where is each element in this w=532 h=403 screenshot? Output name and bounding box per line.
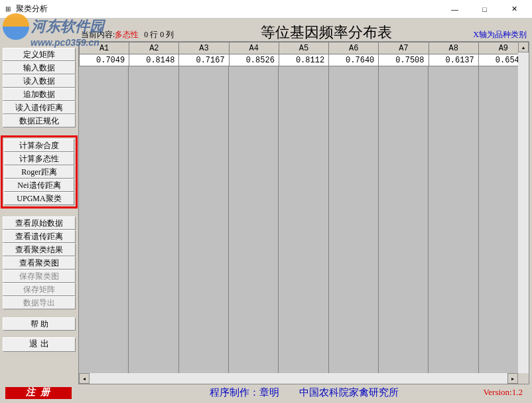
cell: 0.8526 [229, 54, 279, 66]
col-header: A8 [429, 42, 478, 54]
register-banner[interactable]: 注 册 [5, 387, 72, 399]
col-header: A6 [329, 42, 379, 54]
help-button[interactable]: 帮 助 [3, 317, 76, 331]
footer: 程序制作：章明 中国农科院家禽研究所 Version:1.2 [78, 384, 529, 400]
data-grid: A1 A2 A3 A4 A5 A6 A7 A8 A9 0.7049 0.8148… [78, 41, 529, 384]
save-cluster-chart-button[interactable]: 保存聚类图 [3, 270, 76, 283]
x-axis-label: X轴为品种类别 [473, 29, 527, 40]
cell: 0.7640 [329, 54, 379, 66]
cell: 0.7508 [379, 54, 429, 66]
normalize-data-button[interactable]: 数据正规化 [3, 114, 76, 127]
footer-org: 中国农科院家禽研究所 [299, 386, 399, 399]
current-content-value: 多态性 [115, 29, 139, 40]
horizontal-scrollbar[interactable]: ◂ ▸ [79, 373, 518, 384]
vertical-scrollbar[interactable]: ▴ [518, 42, 529, 373]
row-col-info: 0 行 0 列 [144, 29, 174, 40]
main-title: 等位基因频率分布表 [179, 23, 473, 42]
footer-version: Version:1.2 [483, 387, 523, 398]
sidebar-group-compute: 计算杂合度 计算多态性 Roger距离 Nei遗传距离 UPGMA聚类 [1, 135, 78, 208]
table-header-row: A1 A2 A3 A4 A5 A6 A7 A8 A9 [80, 42, 529, 54]
save-matrix-button[interactable]: 保存矩阵 [3, 283, 76, 296]
cell: 0.8112 [279, 54, 328, 66]
col-header: A3 [179, 42, 229, 54]
calc-heterozygosity-button[interactable]: 计算杂合度 [4, 139, 74, 152]
scroll-up-icon[interactable]: ▴ [518, 42, 529, 52]
cell: 0.7167 [179, 54, 229, 66]
exit-button[interactable]: 退 出 [3, 337, 76, 352]
scroll-corner [518, 373, 529, 384]
minimize-button[interactable]: — [440, 0, 470, 19]
sidebar: 定义矩阵 输入数据 读入数据 追加数据 读入遗传距离 数据正规化 计算杂合度 计… [3, 21, 76, 400]
main-panel: 当前内容: 多态性 0 行 0 列 等位基因频率分布表 X轴为品种类别 A1 A… [78, 21, 529, 400]
col-header: A5 [279, 42, 328, 54]
col-header: A4 [229, 42, 279, 54]
maximize-button[interactable]: □ [470, 0, 499, 19]
header-row: 当前内容: 多态性 0 行 0 列 等位基因频率分布表 X轴为品种类别 [78, 21, 529, 41]
scroll-right-icon[interactable]: ▸ [507, 373, 518, 384]
view-cluster-result-button[interactable]: 查看聚类结果 [3, 243, 76, 256]
roger-distance-button[interactable]: Roger距离 [4, 165, 74, 179]
watermark-logo-icon [3, 13, 29, 40]
upgma-cluster-button[interactable]: UPGMA聚类 [4, 192, 74, 205]
col-header: A2 [129, 42, 179, 54]
grid-body-empty [79, 66, 529, 384]
footer-author: 程序制作：章明 [210, 386, 279, 399]
view-raw-data-button[interactable]: 查看原始数据 [3, 216, 76, 230]
cell: 0.7049 [80, 54, 129, 66]
watermark: 河东软件园 www.pc0359.cn [3, 13, 104, 48]
append-data-button[interactable]: 追加数据 [3, 88, 76, 101]
view-cluster-chart-button[interactable]: 查看聚类图 [3, 256, 76, 270]
read-genetic-distance-button[interactable]: 读入遗传距离 [3, 101, 76, 114]
nei-genetic-distance-button[interactable]: Nei遗传距离 [4, 179, 74, 192]
cell: 0.6137 [429, 54, 478, 66]
col-header: A7 [379, 42, 429, 54]
input-data-button[interactable]: 输入数据 [3, 61, 76, 74]
window-controls: — □ ✕ [440, 0, 529, 19]
define-matrix-button[interactable]: 定义矩阵 [3, 48, 76, 61]
export-data-button[interactable]: 数据导出 [3, 296, 76, 309]
calc-polymorphism-button[interactable]: 计算多态性 [4, 152, 74, 165]
read-data-button[interactable]: 读入数据 [3, 74, 76, 88]
watermark-text: 河东软件园 [31, 18, 104, 35]
view-genetic-distance-button[interactable]: 查看遗传距离 [3, 230, 76, 243]
close-button[interactable]: ✕ [499, 0, 529, 19]
sidebar-group-data: 定义矩阵 输入数据 读入数据 追加数据 读入遗传距离 数据正规化 [3, 48, 76, 127]
scroll-left-icon[interactable]: ◂ [79, 373, 90, 384]
table-row: 0.7049 0.8148 0.7167 0.8526 0.8112 0.764… [80, 54, 529, 66]
watermark-url: www.pc0359.cn [31, 37, 104, 48]
cell: 0.8148 [129, 54, 179, 66]
sidebar-group-view: 查看原始数据 查看遗传距离 查看聚类结果 查看聚类图 保存聚类图 保存矩阵 数据… [3, 216, 76, 309]
